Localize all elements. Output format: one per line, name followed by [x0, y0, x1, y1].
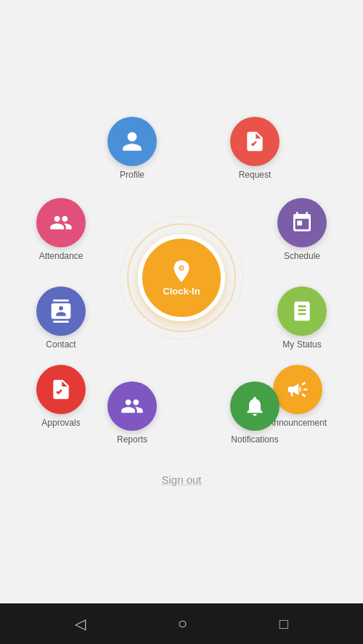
- menu-item-profile[interactable]: Profile: [107, 117, 157, 180]
- schedule-label: Schedule: [284, 251, 320, 261]
- clock-in-label: Clock-In: [163, 286, 200, 297]
- menu-item-mystatus[interactable]: My Status: [277, 286, 327, 350]
- mystatus-label: My Status: [282, 339, 321, 350]
- reports-icon-circle: [107, 381, 157, 431]
- request-icon-circle: [230, 117, 280, 166]
- attendance-icon-circle: [36, 198, 86, 247]
- notifications-label: Notifications: [231, 434, 278, 445]
- menu-item-schedule[interactable]: Schedule: [277, 198, 327, 261]
- back-button[interactable]: ◁: [75, 615, 86, 632]
- notifications-icon-circle: [230, 381, 280, 431]
- schedule-icon-circle: [277, 198, 327, 247]
- announcement-icon-circle: [273, 365, 322, 414]
- profile-icon-circle: [107, 117, 157, 166]
- reports-label: Reports: [117, 434, 147, 445]
- wheel-container: Clock-In Profile Request Schedule: [29, 96, 334, 459]
- approvals-icon-circle: [36, 365, 86, 414]
- menu-item-notifications[interactable]: Notifications: [230, 381, 280, 445]
- contact-label: Contact: [46, 339, 76, 350]
- recents-button[interactable]: □: [280, 616, 288, 632]
- approvals-label: Approvals: [41, 418, 80, 428]
- main-area: Clock-In Profile Request Schedule: [0, 0, 363, 603]
- profile-label: Profile: [120, 170, 144, 180]
- contact-icon-circle: [36, 286, 86, 336]
- attendance-label: Attendance: [39, 251, 83, 261]
- menu-item-approvals[interactable]: Approvals: [36, 365, 86, 428]
- clock-in-button[interactable]: Clock-In: [138, 234, 225, 321]
- sign-out-button[interactable]: Sign out: [161, 474, 201, 486]
- menu-item-contact[interactable]: Contact: [36, 286, 86, 350]
- mystatus-icon-circle: [277, 286, 327, 336]
- menu-item-attendance[interactable]: Attendance: [36, 198, 86, 261]
- menu-item-reports[interactable]: Reports: [107, 381, 157, 445]
- request-label: Request: [239, 170, 272, 180]
- bottom-navigation: ◁ ○ □: [0, 603, 363, 644]
- sign-out-area: Sign out: [161, 459, 201, 508]
- home-button[interactable]: ○: [178, 614, 187, 633]
- menu-item-request[interactable]: Request: [230, 117, 280, 180]
